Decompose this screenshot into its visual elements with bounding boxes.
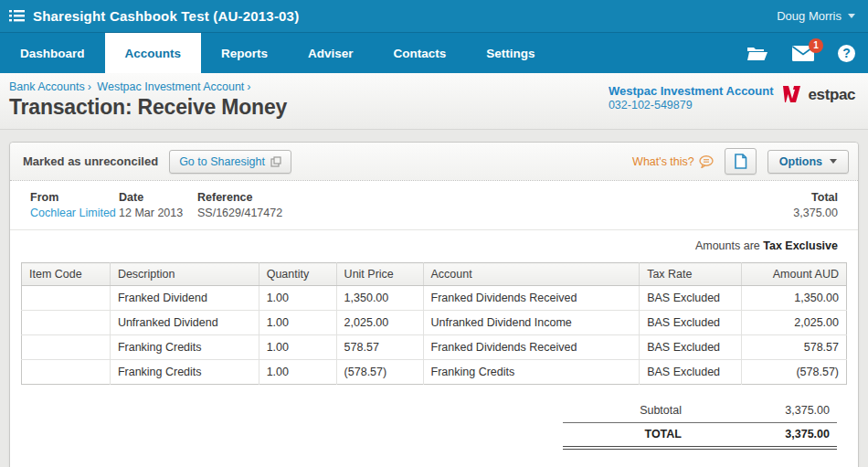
cell-amount: 578.57 (742, 335, 847, 360)
amounts-note-prefix: Amounts are (695, 239, 763, 252)
help-icon[interactable]: ? (838, 45, 855, 62)
speech-bubble-icon (699, 155, 714, 168)
cell-tax-rate: BAS Excluded (640, 360, 742, 385)
col-quantity: Quantity (259, 263, 336, 286)
col-account: Account (423, 263, 640, 286)
cell-quantity: 1.00 (259, 335, 336, 360)
cell-account: Franked Dividends Received (423, 335, 640, 360)
cell-account: Franked Dividends Received (423, 286, 640, 311)
table-row: Franked Dividend 1.00 1,350.00 Franked D… (22, 286, 847, 311)
amounts-note-mode: Tax Exclusive (763, 239, 838, 252)
org-title: Sharesight Cashbook Test (AU-2013-03) (33, 8, 299, 24)
line-items-table: Item Code Description Quantity Unit Pric… (21, 262, 847, 385)
tab-adviser[interactable]: Adviser (288, 33, 374, 73)
files-folder-icon[interactable] (746, 45, 768, 61)
cell-amount: 1,350.00 (742, 286, 847, 311)
inbox-mail-icon[interactable]: 1 (792, 46, 814, 61)
cell-tax-rate: BAS Excluded (640, 311, 742, 335)
tab-settings[interactable]: Settings (466, 33, 555, 73)
breadcrumb-bank-accounts[interactable]: Bank Accounts (9, 80, 85, 93)
table-row: Franking Credits 1.00 (578.57) Franking … (22, 360, 847, 385)
col-amount-aud: Amount AUD (742, 263, 847, 286)
cell-tax-rate: BAS Excluded (640, 286, 742, 311)
contact-link[interactable]: Cochlear Limited (30, 207, 116, 219)
go-to-sharesight-label: Go to Sharesight (179, 155, 265, 168)
cell-amount: 2,025.00 (742, 311, 847, 335)
reconcile-status: Marked as unreconciled (23, 154, 158, 168)
cell-description: Franking Credits (110, 360, 259, 385)
total-label: Total (793, 191, 838, 204)
amounts-note: Amounts are Tax Exclusive (10, 230, 858, 260)
westpac-w-icon (783, 86, 808, 104)
table-row: Unfranked Dividend 1.00 2,025.00 Unfrank… (22, 311, 847, 335)
col-unit-price: Unit Price (336, 263, 423, 286)
totals-double-rule (563, 446, 837, 450)
main-nav: Dashboard Accounts Reports Adviser Conta… (0, 33, 868, 73)
cell-item-code (22, 286, 111, 311)
date-label: Date (119, 191, 197, 204)
content-area: Marked as unreconciled Go to Sharesight … (0, 130, 868, 467)
table-row: Franking Credits 1.00 578.57 Franked Div… (22, 335, 847, 360)
col-description: Description (110, 263, 259, 286)
panel-header: Marked as unreconciled Go to Sharesight … (10, 143, 858, 181)
cell-unit-price: 578.57 (336, 335, 423, 360)
total-value: 3,375.00 (793, 207, 838, 219)
cell-unit-price: (578.57) (336, 360, 423, 385)
breadcrumb-westpac-account[interactable]: Westpac Investment Account (97, 80, 244, 93)
col-item-code: Item Code (22, 263, 111, 286)
cell-quantity: 1.00 (259, 311, 336, 335)
page-header: Bank Accounts› Westpac Investment Accoun… (0, 73, 868, 130)
cell-amount: (578.57) (742, 360, 847, 385)
subtotal-label: Subtotal (563, 404, 729, 417)
reference-label: Reference (197, 191, 282, 204)
app-window: Sharesight Cashbook Test (AU-2013-03) Do… (0, 0, 868, 467)
go-to-sharesight-button[interactable]: Go to Sharesight (169, 150, 291, 174)
cell-description: Franked Dividend (110, 286, 259, 311)
chevron-down-icon (848, 14, 855, 18)
from-label: From (30, 191, 119, 204)
cell-quantity: 1.00 (259, 360, 336, 385)
breadcrumb-separator: › (88, 80, 91, 93)
chevron-down-icon (830, 159, 837, 164)
whats-this-link[interactable]: What's this? (632, 155, 714, 168)
options-button[interactable]: Options (767, 150, 849, 174)
col-tax-rate: Tax Rate (640, 263, 742, 286)
breadcrumb-separator: › (247, 80, 250, 93)
cell-account: Franking Credits (423, 360, 640, 385)
cell-item-code (22, 311, 111, 335)
totals-section: Subtotal 3,375.00 TOTAL 3,375.00 (563, 399, 837, 450)
org-list-icon[interactable] (9, 9, 25, 23)
cell-quantity: 1.00 (259, 286, 336, 311)
tab-reports[interactable]: Reports (201, 33, 288, 73)
topbar: Sharesight Cashbook Test (AU-2013-03) Do… (0, 0, 868, 33)
cell-item-code (22, 335, 111, 360)
user-name: Doug Morris (777, 9, 842, 23)
bank-account-name[interactable]: Westpac Investment Account (609, 84, 774, 98)
cell-unit-price: 2,025.00 (336, 311, 423, 335)
westpac-logo-text: estpac (809, 86, 855, 104)
reference-value: SS/1629/417472 (197, 207, 282, 219)
breadcrumb: Bank Accounts› Westpac Investment Accoun… (9, 80, 287, 93)
cell-tax-rate: BAS Excluded (640, 335, 742, 360)
tab-accounts[interactable]: Accounts (105, 33, 202, 73)
westpac-logo: estpac (783, 86, 855, 104)
page-title: Transaction: Receive Money (9, 95, 287, 120)
cell-unit-price: 1,350.00 (336, 286, 423, 311)
user-menu[interactable]: Doug Morris (777, 9, 855, 23)
grand-total-value: 3,375.00 (729, 428, 830, 440)
copy-document-button[interactable] (725, 148, 757, 175)
document-icon (734, 154, 747, 169)
cell-description: Unfranked Dividend (110, 311, 259, 335)
bank-account-number: 032-102-549879 (609, 99, 774, 111)
tab-contacts[interactable]: Contacts (374, 33, 467, 73)
cell-item-code (22, 360, 111, 385)
options-label: Options (779, 155, 822, 168)
inbox-badge: 1 (809, 38, 823, 53)
whats-this-label: What's this? (632, 155, 694, 168)
cell-description: Franking Credits (110, 335, 259, 360)
table-header-row: Item Code Description Quantity Unit Pric… (22, 263, 847, 286)
tab-dashboard[interactable]: Dashboard (0, 33, 105, 73)
date-value: 12 Mar 2013 (119, 207, 197, 219)
subtotal-value: 3,375.00 (729, 404, 830, 417)
transaction-panel: Marked as unreconciled Go to Sharesight … (9, 142, 859, 467)
